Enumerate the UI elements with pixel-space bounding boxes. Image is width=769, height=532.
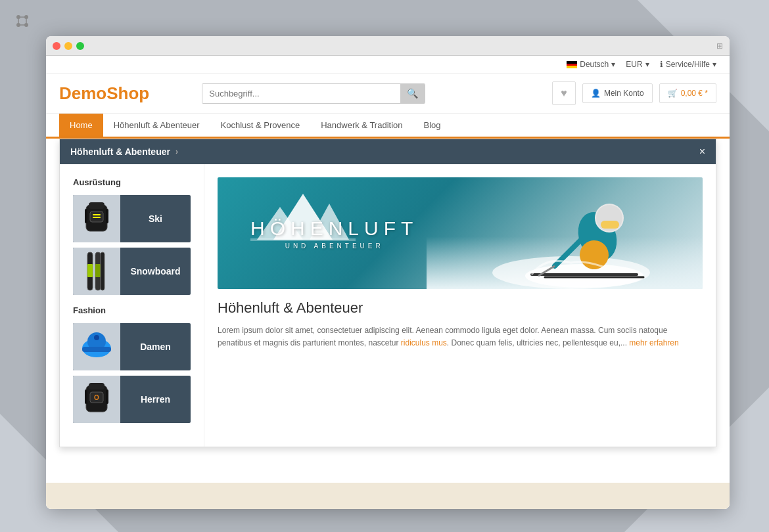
search-button[interactable]: 🔍 [400, 84, 425, 103]
breadcrumb-chevron: › [175, 147, 178, 156]
damen-hat-icon [80, 330, 114, 364]
svg-rect-14 [106, 209, 108, 223]
account-button[interactable]: 👤 Mein Konto [582, 83, 653, 103]
ridiculus-link[interactable]: ridiculus mus [401, 338, 447, 347]
mega-menu-close[interactable]: × [699, 146, 705, 158]
skier-illustration [453, 177, 703, 289]
content-title: Höhenluft & Abenteuer [218, 299, 703, 317]
svg-rect-12 [93, 217, 101, 218]
svg-rect-22 [82, 347, 111, 352]
nav-item-blog[interactable]: Blog [413, 114, 451, 137]
wishlist-button[interactable]: ♥ [552, 81, 576, 105]
mehr-erfahren-link[interactable]: mehr erfahren [629, 338, 678, 347]
sidebar-item-damen[interactable]: Damen [73, 323, 191, 370]
nav-label-kochlust: Kochlust & Provence [221, 120, 300, 130]
ski-item-label: Ski [120, 213, 191, 224]
svg-rect-25 [89, 383, 105, 389]
svg-rect-42 [601, 221, 619, 229]
nav-item-hoehenluft[interactable]: Höhenluft & Abenteuer [103, 114, 210, 137]
mega-menu-header: Höhenluft & Abenteuer › × [60, 139, 716, 164]
search-bar: 🔍 [202, 83, 425, 104]
sidebar-section-fashion: Fashion [73, 305, 191, 315]
nav-label-handwerk: Handwerk & Tradition [321, 120, 402, 130]
main-nav: Home Höhenluft & Abenteuer Kochlust & Pr… [46, 114, 730, 139]
search-input[interactable] [202, 84, 400, 103]
damen-item-image [73, 323, 120, 370]
svg-rect-17 [87, 264, 93, 277]
sidebar-section-ausruestung: Ausrüstung [73, 177, 191, 187]
logo-highlight: Shop [106, 83, 149, 103]
mega-menu-breadcrumb: Höhenluft & Abenteuer › [70, 146, 178, 157]
shop-content: Deutsch ▾ EUR ▾ ℹ Service/Hilfe ▾ DemoSh… [46, 56, 730, 509]
flag-icon [567, 61, 577, 68]
maximize-traffic-light[interactable] [76, 42, 84, 50]
heart-icon: ♥ [561, 87, 567, 99]
svg-text:O: O [94, 394, 99, 401]
service-label: Service/Hilfe [666, 60, 710, 69]
svg-point-23 [94, 335, 99, 340]
sidebar-item-herren[interactable]: O Herren [73, 376, 191, 423]
hero-text-block: HÖHENLUFT UND ABENTEUER [250, 217, 418, 250]
hero-banner: HÖHENLUFT UND ABENTEUER [218, 177, 703, 289]
header-actions: ♥ 👤 Mein Konto 🛒 0,00 € * [552, 81, 716, 105]
nav-item-handwerk[interactable]: Handwerk & Tradition [310, 114, 413, 137]
hero-title: HÖHENLUFT [250, 217, 418, 240]
mega-menu-body: Ausrüstung [60, 164, 716, 447]
backpack-icon [81, 200, 112, 238]
mega-sidebar: Ausrüstung [60, 164, 204, 447]
language-chevron: ▾ [611, 60, 615, 69]
service-icon: ℹ [660, 60, 663, 69]
service-chevron: ▾ [712, 60, 716, 69]
currency-chevron: ▾ [645, 60, 649, 69]
nav-label-home: Home [70, 120, 93, 130]
svg-rect-28 [85, 389, 87, 404]
cart-button[interactable]: 🛒 0,00 € * [659, 83, 716, 103]
nav-label-hoehenluft: Höhenluft & Abenteuer [114, 120, 200, 130]
sidebar-item-ski[interactable]: Ski [73, 195, 191, 242]
svg-rect-13 [85, 209, 87, 223]
nav-label-blog: Blog [423, 120, 440, 130]
close-traffic-light[interactable] [53, 42, 60, 50]
cart-icon: 🛒 [668, 89, 678, 98]
content-body: Lorem ipsum dolor sit amet, consectetuer… [218, 324, 703, 349]
snowboard-item-label: Snowboard [120, 266, 191, 277]
bottom-strip [46, 483, 730, 509]
cart-price: 0,00 € * [681, 89, 708, 98]
account-label: Mein Konto [604, 89, 644, 98]
nav-item-kochlust[interactable]: Kochlust & Provence [210, 114, 311, 137]
damen-item-label: Damen [120, 342, 191, 352]
snowboard-item-image [73, 248, 120, 295]
herren-item-image: O [73, 376, 120, 423]
svg-rect-18 [95, 264, 101, 277]
svg-rect-9 [89, 202, 105, 209]
herren-bag-icon: O [81, 380, 112, 418]
top-bar: Deutsch ▾ EUR ▾ ℹ Service/Hilfe ▾ [46, 56, 730, 74]
svg-rect-29 [106, 389, 108, 404]
header: DemoShop 🔍 ♥ 👤 Mein Konto 🛒 0,00 € * [46, 74, 730, 114]
snowboard-icon [81, 251, 112, 292]
logo[interactable]: DemoShop [59, 83, 149, 104]
skier-area [427, 177, 703, 289]
title-bar: ⊞ [46, 36, 730, 56]
language-selector[interactable]: Deutsch ▾ [567, 60, 615, 69]
svg-rect-19 [101, 252, 105, 290]
title-bar-controls: ⊞ [716, 41, 723, 51]
currency-label: EUR [626, 60, 642, 69]
ski-item-image [73, 195, 120, 242]
language-label: Deutsch [580, 60, 609, 69]
currency-selector[interactable]: EUR ▾ [626, 60, 649, 69]
herren-item-label: Herren [120, 394, 191, 405]
hero-subtitle: UND ABENTEUER [250, 242, 418, 250]
service-link[interactable]: ℹ Service/Hilfe ▾ [660, 60, 716, 69]
traffic-lights [53, 42, 84, 50]
app-icon [13, 12, 32, 33]
breadcrumb-label: Höhenluft & Abenteuer [70, 146, 170, 157]
minimize-traffic-light[interactable] [64, 42, 72, 50]
mega-menu: Höhenluft & Abenteuer › × Ausrüstung [59, 139, 716, 447]
mega-main-content: HÖHENLUFT UND ABENTEUER [204, 164, 716, 447]
content-text-cont: . Donec quam felis, ultricies nec, pelle… [447, 338, 629, 347]
sidebar-item-snowboard[interactable]: Snowboard [73, 248, 191, 295]
nav-item-home[interactable]: Home [59, 114, 103, 137]
user-icon: 👤 [591, 89, 601, 98]
browser-window: ⊞ Deutsch ▾ EUR ▾ ℹ Service/Hilfe ▾ Demo… [46, 36, 730, 509]
